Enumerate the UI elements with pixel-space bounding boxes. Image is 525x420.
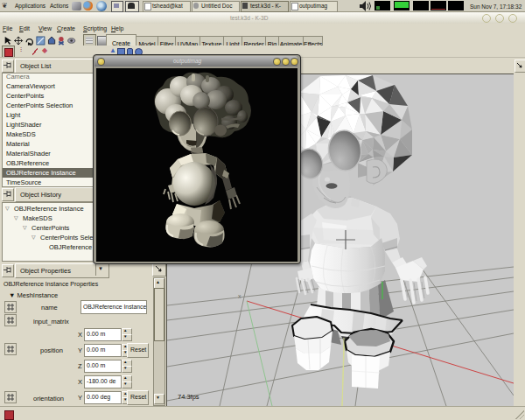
svg-text:74.3fps: 74.3fps bbox=[178, 393, 200, 401]
svg-text:x: x bbox=[238, 293, 242, 299]
